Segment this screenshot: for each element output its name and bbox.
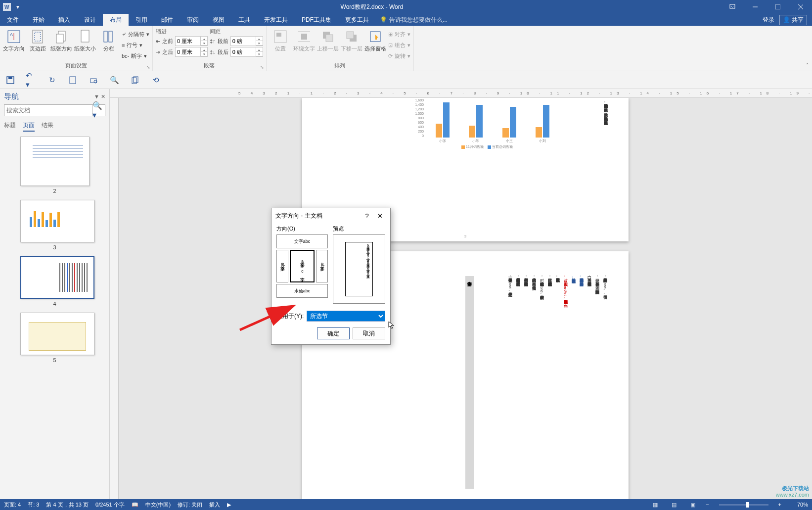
orient-option-5[interactable]: 水仙abc xyxy=(276,284,328,298)
print-preview-icon[interactable] xyxy=(88,75,99,86)
margins-button[interactable]: 页边距 xyxy=(27,28,48,52)
orientation-button[interactable]: 纸张方向 xyxy=(50,28,72,52)
rotate-button[interactable]: ⟳ 旋转 ▾ xyxy=(388,50,410,61)
svg-rect-15 xyxy=(104,31,107,42)
size-icon xyxy=(77,29,93,45)
status-macro-icon[interactable]: ▶ xyxy=(227,502,231,508)
save-icon[interactable] xyxy=(5,75,16,86)
copy-icon[interactable] xyxy=(130,75,140,86)
status-spell-icon[interactable]: 📖 xyxy=(132,502,138,508)
view-print-icon[interactable]: ▤ xyxy=(668,500,680,509)
breaks-button[interactable]: ⤶ 分隔符 ▾ xyxy=(122,29,149,40)
tab-layout[interactable]: 布局 xyxy=(103,14,129,26)
thumb-page-4[interactable]: 4 xyxy=(20,256,90,307)
vertical-ruler[interactable] xyxy=(110,98,119,499)
zoom-in-button[interactable]: + xyxy=(778,502,781,508)
zoom-level[interactable]: 70% xyxy=(788,502,808,508)
apply-to-select[interactable]: 所选节 xyxy=(307,311,385,322)
spacing-before-input[interactable]: ▴▾ xyxy=(230,36,263,46)
zoom-out-button[interactable]: − xyxy=(706,502,709,508)
tab-references[interactable]: 引用 xyxy=(129,14,154,26)
status-page[interactable]: 页面: 4 xyxy=(4,501,21,509)
dialog-help-button[interactable]: ? xyxy=(361,212,373,220)
tab-tools[interactable]: 工具 xyxy=(231,14,257,26)
send-backward-button[interactable]: 下移一层 xyxy=(341,28,362,52)
status-lang[interactable]: 中文(中国) xyxy=(145,501,171,509)
orient-option-4[interactable]: 文字abc xyxy=(316,250,328,282)
spacing-after-input[interactable]: ▴▾ xyxy=(230,47,263,57)
nav-tab-results[interactable]: 结果 xyxy=(42,121,53,132)
redo-icon[interactable]: ↻ xyxy=(46,75,57,86)
maximize-button[interactable] xyxy=(767,0,789,14)
tell-me[interactable]: 💡告诉我您想要做什么... xyxy=(376,14,448,26)
view-read-icon[interactable]: ▦ xyxy=(649,500,661,509)
zoom-icon[interactable]: 🔍 xyxy=(109,75,120,86)
login-button[interactable]: 登录 xyxy=(763,16,774,24)
dialog-close-button[interactable]: ✕ xyxy=(373,212,386,220)
orient-option-3[interactable]: 文字abc文字 xyxy=(290,250,315,282)
tab-moretools[interactable]: 更多工具 xyxy=(338,14,376,26)
nav-search[interactable]: 🔍▾ xyxy=(4,104,105,116)
orient-option-2[interactable]: 文字abc xyxy=(276,250,288,282)
status-words[interactable]: 0/2451 个字 xyxy=(95,501,125,509)
ribbon-collapse-button[interactable]: ˄ xyxy=(806,62,809,69)
nav-tab-pages[interactable]: 页面 xyxy=(23,121,35,132)
indent-left-input[interactable]: ▴▾ xyxy=(175,36,208,46)
thumb-page-3[interactable]: 3 xyxy=(20,200,90,250)
selection-pane-button[interactable]: 选择窗格 xyxy=(364,28,386,52)
tab-mailings[interactable]: 邮件 xyxy=(154,14,180,26)
share-button[interactable]: 👤 共享 xyxy=(779,15,807,25)
tab-design[interactable]: 设计 xyxy=(77,14,103,26)
status-track[interactable]: 修订: 关闭 xyxy=(178,501,202,509)
indent-right-input[interactable]: ▴▾ xyxy=(175,47,208,57)
position-button[interactable]: 位置 xyxy=(270,28,291,52)
orient-option-1[interactable]: 文字abc xyxy=(276,234,328,248)
document-canvas[interactable]: 1,6001,4001,2001,0008006004002000 小张小陈小王… xyxy=(119,98,812,499)
size-button[interactable]: 纸张大小 xyxy=(74,28,96,52)
zoom-slider[interactable] xyxy=(719,504,768,506)
svg-rect-29 xyxy=(70,77,76,84)
tab-pdftools[interactable]: PDF工具集 xyxy=(295,14,338,26)
tab-view[interactable]: 视图 xyxy=(206,14,231,26)
tab-devtools[interactable]: 开发工具 xyxy=(257,14,295,26)
tab-review[interactable]: 审阅 xyxy=(180,14,206,26)
close-button[interactable] xyxy=(789,0,812,14)
ribbon-options-button[interactable] xyxy=(721,0,744,14)
view-web-icon[interactable]: ▣ xyxy=(687,500,699,509)
hyphenation-button[interactable]: bc- 断字 ▾ xyxy=(122,50,149,61)
status-section[interactable]: 节: 3 xyxy=(28,501,39,509)
tab-insert[interactable]: 插入 xyxy=(51,14,77,26)
bring-forward-label: 上移一层 xyxy=(317,46,339,52)
refresh-icon[interactable]: ⟲ xyxy=(150,75,161,86)
rotate-label: 旋转 xyxy=(395,52,406,60)
bring-forward-button[interactable]: 上移一层 xyxy=(317,28,339,52)
group-button[interactable]: ⊡ 组合 ▾ xyxy=(388,40,410,50)
page-setup-launcher[interactable]: ⤡ xyxy=(146,65,150,70)
nav-close-icon[interactable]: ✕ xyxy=(101,93,105,99)
status-page-of[interactable]: 第 4 页，共 13 页 xyxy=(46,501,89,509)
wrap-button[interactable]: 环绕文字 xyxy=(293,28,315,52)
qat-dropdown-icon[interactable]: ▾ xyxy=(13,2,23,12)
horizontal-ruler[interactable]: 5 4 3 2 1 · 1 · 2 · 3 · 4 · 5 · 6 · 7 · … xyxy=(110,89,812,98)
line-numbers-button[interactable]: ≡ 行号 ▾ xyxy=(122,40,149,50)
undo-icon[interactable]: ↶ ▾ xyxy=(26,75,37,86)
align-button[interactable]: ⊞ 对齐 ▾ xyxy=(388,29,410,40)
nav-thumbs[interactable]: 2 3 4 5 xyxy=(4,137,105,496)
columns-button[interactable]: 分栏 xyxy=(98,28,120,52)
cancel-button[interactable]: 取消 xyxy=(353,327,385,339)
minimize-button[interactable] xyxy=(744,0,767,14)
tab-home[interactable]: 开始 xyxy=(26,14,51,26)
nav-search-input[interactable] xyxy=(4,105,92,116)
tab-file[interactable]: 文件 xyxy=(0,14,26,26)
text-direction-button[interactable]: A 文字方向 xyxy=(3,28,25,52)
new-doc-icon[interactable] xyxy=(67,75,78,86)
nav-tab-headings[interactable]: 标题 xyxy=(4,121,16,132)
status-insert[interactable]: 插入 xyxy=(209,501,220,509)
paragraph-launcher[interactable]: ⤡ xyxy=(260,65,264,70)
nav-search-button[interactable]: 🔍▾ xyxy=(92,105,105,116)
thumb-page-5[interactable]: 5 xyxy=(20,313,90,363)
thumb-page-2[interactable]: 2 xyxy=(20,137,90,194)
orientation-icon xyxy=(53,29,69,45)
ok-button[interactable]: 确定 xyxy=(317,327,350,339)
nav-dropdown-icon[interactable]: ▼ xyxy=(94,93,99,99)
